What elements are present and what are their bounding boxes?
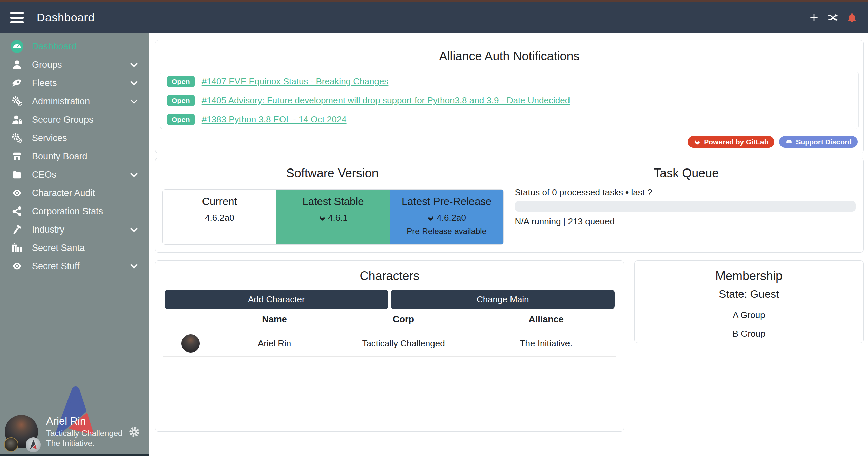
- membership-panel: Membership State: Guest A Group B Group: [634, 260, 864, 343]
- change-main-button[interactable]: Change Main: [391, 290, 615, 309]
- user-icon: [10, 59, 24, 70]
- sidebar-item-bounty-board[interactable]: Bounty Board: [0, 147, 149, 165]
- sidebar-item-industry[interactable]: Industry: [0, 220, 149, 239]
- membership-state: State: Guest: [635, 288, 863, 300]
- user-corp: Tactically Challenged: [46, 428, 122, 438]
- sidebar-item-secret-santa[interactable]: Secret Santa: [0, 239, 149, 257]
- share-icon: [10, 206, 24, 217]
- chevron-down-icon: [129, 96, 139, 106]
- character-alliance: The Initiative.: [476, 331, 616, 356]
- sidebar-item-administration[interactable]: Administration: [0, 92, 149, 111]
- gitlab-badge[interactable]: Powered by GitLab: [688, 136, 774, 148]
- sidebar-item-groups[interactable]: Groups: [0, 56, 149, 74]
- page-title: Dashboard: [37, 11, 95, 24]
- status-badge: Open: [167, 114, 195, 125]
- version-box: Current 4.6.2a0 Latest Stable 4.6.1 Late…: [162, 189, 504, 245]
- portrait-column-header: [163, 309, 218, 331]
- corp-column-header: Corp: [331, 309, 476, 331]
- version-taskqueue-panel: Software Version Current 4.6.2a0 Latest …: [155, 158, 864, 253]
- notification-row: Open #1405 Advisory: Future development …: [160, 91, 858, 110]
- discord-badge[interactable]: Support Discord: [779, 136, 858, 148]
- sidebar-nav: Dashboard Groups Fleets: [0, 33, 149, 275]
- gitlab-badge-label: Powered by GitLab: [704, 138, 768, 146]
- main-content: Alliance Auth Notifications Open #1407 E…: [149, 33, 868, 456]
- sidebar-item-character-audit[interactable]: Character Audit: [0, 184, 149, 202]
- group-row: A Group: [641, 306, 857, 324]
- eye-icon: [10, 188, 24, 198]
- table-row[interactable]: Ariel Rin Tactically Challenged The Init…: [163, 331, 616, 356]
- membership-title: Membership: [635, 269, 863, 283]
- alliance-column-header: Alliance: [476, 309, 616, 331]
- sidebar-item-label: Industry: [32, 224, 64, 235]
- sidebar: Dashboard Groups Fleets: [0, 33, 149, 456]
- sidebar-item-label: Secret Stuff: [32, 261, 80, 272]
- sidebar-item-label: Secure Groups: [32, 115, 94, 125]
- gear-icon[interactable]: [128, 426, 140, 438]
- sidebar-item-label: Groups: [32, 60, 62, 70]
- sidebar-item-secret-stuff[interactable]: Secret Stuff: [0, 257, 149, 275]
- sidebar-item-ceos[interactable]: CEOs: [0, 165, 149, 184]
- user-name: Ariel Rin: [46, 415, 122, 428]
- navbar: Dashboard: [0, 2, 868, 33]
- gitlab-tanuki-icon: [319, 215, 326, 221]
- character-corp: Tactically Challenged: [331, 331, 476, 356]
- corp-logo-badge: [4, 437, 18, 452]
- user-panel: Ariel Rin Tactically Challenged The Init…: [0, 410, 149, 454]
- notification-link[interactable]: #1383 Python 3.8 EOL - 14 Oct 2024: [202, 114, 347, 125]
- notification-link[interactable]: #1407 EVE Equinox Status - Breaking Chan…: [202, 76, 389, 87]
- version-prerelease-note: Pre-Release available: [390, 226, 503, 236]
- sidebar-item-label: Administration: [32, 96, 90, 107]
- chevron-down-icon: [129, 261, 139, 271]
- user-alliance: The Initiative.: [46, 438, 122, 449]
- characters-panel: Characters Add Character Change Main Nam…: [155, 260, 624, 432]
- sidebar-item-label: Corporation Stats: [32, 206, 103, 217]
- folder-icon: [10, 170, 24, 180]
- bell-icon[interactable]: [846, 12, 858, 23]
- task-queue-section: Task Queue Status of 0 processed tasks •…: [509, 158, 864, 252]
- character-name: Ariel Rin: [218, 331, 331, 356]
- sidebar-item-services[interactable]: Services: [0, 129, 149, 147]
- version-current-value: 4.6.2a0: [163, 213, 276, 223]
- version-prerelease-value[interactable]: 4.6.2a0: [437, 213, 466, 223]
- sidebar-item-label: CEOs: [32, 170, 56, 180]
- sidebar-item-dashboard[interactable]: Dashboard: [0, 37, 149, 56]
- characters-title: Characters: [155, 269, 624, 283]
- user-avatar: [5, 415, 39, 449]
- characters-buttons: Add Character Change Main: [165, 290, 615, 309]
- shuffle-icon[interactable]: [827, 12, 839, 23]
- sidebar-item-label: Services: [32, 133, 67, 143]
- notifications-panel: Alliance Auth Notifications Open #1407 E…: [155, 40, 864, 153]
- sidebar-item-corporation-stats[interactable]: Corporation Stats: [0, 202, 149, 220]
- task-queue-status: Status of 0 processed tasks • last ?: [515, 187, 652, 198]
- characters-table-header: Name Corp Alliance: [163, 309, 616, 331]
- add-character-button[interactable]: Add Character: [165, 290, 388, 309]
- task-queue-title: Task Queue: [509, 166, 864, 180]
- notification-link[interactable]: #1405 Advisory: Future development will …: [202, 95, 570, 106]
- add-icon[interactable]: [808, 12, 820, 23]
- chevron-down-icon: [129, 170, 139, 180]
- status-badge: Open: [167, 95, 195, 106]
- version-stable-value[interactable]: 4.6.1: [328, 213, 348, 223]
- menu-icon[interactable]: [10, 12, 24, 23]
- gears-icon: [10, 132, 24, 144]
- version-current-label: Current: [163, 196, 276, 208]
- sidebar-item-fleets[interactable]: Fleets: [0, 74, 149, 92]
- group-row: B Group: [641, 324, 857, 343]
- version-stable: Latest Stable 4.6.1: [276, 190, 390, 244]
- notification-row: Open #1407 EVE Equinox Status - Breaking…: [160, 72, 858, 91]
- sidebar-item-label: Character Audit: [32, 188, 95, 198]
- discord-icon: [785, 139, 793, 145]
- gifts-icon: [10, 242, 24, 253]
- gears-icon: [10, 96, 24, 107]
- sidebar-item-label: Dashboard: [32, 41, 77, 52]
- sidebar-item-label: Fleets: [32, 78, 57, 88]
- discord-badge-label: Support Discord: [796, 138, 852, 146]
- task-queue-progressbar: [515, 201, 856, 212]
- character-row-portrait: [181, 334, 200, 353]
- alliance-logo-badge: [26, 437, 41, 452]
- chevron-down-icon: [129, 60, 139, 70]
- footer-badges: Powered by GitLab Support Discord: [688, 136, 858, 148]
- gitlab-tanuki-icon: [427, 215, 435, 221]
- sidebar-item-secure-groups[interactable]: Secure Groups: [0, 111, 149, 129]
- name-column-header: Name: [218, 309, 331, 331]
